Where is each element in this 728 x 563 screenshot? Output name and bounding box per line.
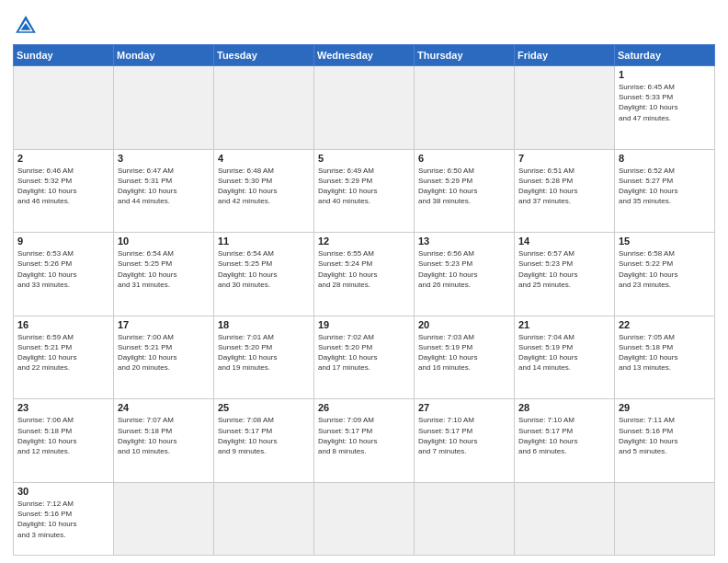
calendar-cell: [415, 66, 515, 150]
day-info: Sunrise: 7:06 AM Sunset: 5:18 PM Dayligh…: [17, 415, 109, 456]
day-number: 20: [418, 319, 510, 330]
day-number: 11: [218, 236, 310, 247]
day-number: 17: [118, 319, 210, 330]
calendar-cell: [314, 66, 415, 150]
weekday-header: Sunday: [14, 45, 114, 66]
day-number: 1: [619, 69, 711, 80]
day-number: 14: [518, 236, 610, 247]
calendar-cell: [14, 66, 114, 150]
day-number: 8: [619, 153, 711, 164]
calendar-cell: 12Sunrise: 6:55 AM Sunset: 5:24 PM Dayli…: [314, 233, 415, 316]
calendar-cell: 30Sunrise: 7:12 AM Sunset: 5:16 PM Dayli…: [14, 482, 114, 555]
page: SundayMondayTuesdayWednesdayThursdayFrid…: [0, 0, 728, 563]
day-number: 22: [619, 319, 711, 330]
calendar-cell: 17Sunrise: 7:00 AM Sunset: 5:21 PM Dayli…: [114, 316, 214, 399]
calendar-cell: [114, 66, 214, 150]
calendar-cell: 1Sunrise: 6:45 AM Sunset: 5:33 PM Daylig…: [615, 66, 715, 150]
day-info: Sunrise: 6:54 AM Sunset: 5:25 PM Dayligh…: [218, 248, 310, 290]
calendar-cell: [214, 66, 314, 150]
day-info: Sunrise: 7:05 AM Sunset: 5:18 PM Dayligh…: [619, 332, 711, 373]
day-number: 9: [17, 236, 109, 247]
calendar-week-row: 30Sunrise: 7:12 AM Sunset: 5:16 PM Dayli…: [14, 482, 715, 555]
calendar-cell: 19Sunrise: 7:02 AM Sunset: 5:20 PM Dayli…: [314, 316, 415, 399]
day-info: Sunrise: 6:59 AM Sunset: 5:21 PM Dayligh…: [17, 332, 109, 373]
day-info: Sunrise: 6:49 AM Sunset: 5:29 PM Dayligh…: [318, 166, 410, 207]
day-info: Sunrise: 6:56 AM Sunset: 5:23 PM Dayligh…: [418, 248, 510, 290]
calendar-cell: 22Sunrise: 7:05 AM Sunset: 5:18 PM Dayli…: [615, 316, 715, 399]
day-number: 29: [619, 402, 711, 413]
weekday-header: Tuesday: [214, 45, 314, 66]
day-number: 3: [118, 153, 210, 164]
weekday-header: Friday: [515, 45, 615, 66]
day-info: Sunrise: 7:01 AM Sunset: 5:20 PM Dayligh…: [218, 332, 310, 373]
day-info: Sunrise: 6:54 AM Sunset: 5:25 PM Dayligh…: [118, 248, 210, 290]
day-info: Sunrise: 6:50 AM Sunset: 5:29 PM Dayligh…: [418, 166, 510, 207]
day-number: 7: [518, 153, 610, 164]
calendar-cell: 26Sunrise: 7:09 AM Sunset: 5:17 PM Dayli…: [314, 399, 415, 483]
day-info: Sunrise: 7:08 AM Sunset: 5:17 PM Dayligh…: [218, 415, 310, 456]
day-info: Sunrise: 6:55 AM Sunset: 5:24 PM Dayligh…: [318, 248, 410, 290]
day-info: Sunrise: 6:47 AM Sunset: 5:31 PM Dayligh…: [118, 166, 210, 207]
day-info: Sunrise: 7:10 AM Sunset: 5:17 PM Dayligh…: [518, 415, 610, 456]
calendar-cell: 28Sunrise: 7:10 AM Sunset: 5:17 PM Dayli…: [515, 399, 615, 483]
calendar-cell: [415, 482, 515, 555]
weekday-header: Monday: [114, 45, 214, 66]
day-number: 10: [118, 236, 210, 247]
calendar-week-row: 16Sunrise: 6:59 AM Sunset: 5:21 PM Dayli…: [14, 316, 715, 399]
calendar-cell: 14Sunrise: 6:57 AM Sunset: 5:23 PM Dayli…: [515, 233, 615, 316]
calendar-cell: 3Sunrise: 6:47 AM Sunset: 5:31 PM Daylig…: [114, 149, 214, 233]
day-info: Sunrise: 7:12 AM Sunset: 5:16 PM Dayligh…: [17, 499, 109, 540]
calendar: SundayMondayTuesdayWednesdayThursdayFrid…: [13, 44, 715, 556]
calendar-week-row: 9Sunrise: 6:53 AM Sunset: 5:26 PM Daylig…: [14, 233, 715, 316]
day-info: Sunrise: 7:02 AM Sunset: 5:20 PM Dayligh…: [318, 332, 410, 373]
calendar-cell: 10Sunrise: 6:54 AM Sunset: 5:25 PM Dayli…: [114, 233, 214, 316]
day-info: Sunrise: 7:03 AM Sunset: 5:19 PM Dayligh…: [418, 332, 510, 373]
day-number: 5: [318, 153, 410, 164]
calendar-cell: 18Sunrise: 7:01 AM Sunset: 5:20 PM Dayli…: [214, 316, 314, 399]
calendar-cell: [615, 482, 715, 555]
day-number: 12: [318, 236, 410, 247]
calendar-cell: 5Sunrise: 6:49 AM Sunset: 5:29 PM Daylig…: [314, 149, 415, 233]
day-info: Sunrise: 6:57 AM Sunset: 5:23 PM Dayligh…: [518, 248, 610, 290]
calendar-cell: 21Sunrise: 7:04 AM Sunset: 5:19 PM Dayli…: [515, 316, 615, 399]
calendar-cell: 6Sunrise: 6:50 AM Sunset: 5:29 PM Daylig…: [415, 149, 515, 233]
day-number: 23: [17, 402, 109, 413]
day-number: 6: [418, 153, 510, 164]
day-number: 26: [318, 402, 410, 413]
day-number: 28: [518, 402, 610, 413]
calendar-cell: 23Sunrise: 7:06 AM Sunset: 5:18 PM Dayli…: [14, 399, 114, 483]
calendar-cell: 8Sunrise: 6:52 AM Sunset: 5:27 PM Daylig…: [615, 149, 715, 233]
calendar-week-row: 1Sunrise: 6:45 AM Sunset: 5:33 PM Daylig…: [14, 66, 715, 150]
weekday-header-row: SundayMondayTuesdayWednesdayThursdayFrid…: [14, 45, 715, 66]
calendar-cell: 16Sunrise: 6:59 AM Sunset: 5:21 PM Dayli…: [14, 316, 114, 399]
day-number: 15: [619, 236, 711, 247]
day-info: Sunrise: 6:48 AM Sunset: 5:30 PM Dayligh…: [218, 166, 310, 207]
calendar-cell: [114, 482, 214, 555]
calendar-cell: [314, 482, 415, 555]
day-info: Sunrise: 7:09 AM Sunset: 5:17 PM Dayligh…: [318, 415, 410, 456]
calendar-cell: 25Sunrise: 7:08 AM Sunset: 5:17 PM Dayli…: [214, 399, 314, 483]
calendar-cell: 2Sunrise: 6:46 AM Sunset: 5:32 PM Daylig…: [14, 149, 114, 233]
day-info: Sunrise: 7:11 AM Sunset: 5:16 PM Dayligh…: [619, 415, 711, 456]
calendar-cell: 27Sunrise: 7:10 AM Sunset: 5:17 PM Dayli…: [415, 399, 515, 483]
logo: [13, 13, 42, 39]
calendar-cell: [214, 482, 314, 555]
day-number: 18: [218, 319, 310, 330]
day-info: Sunrise: 7:04 AM Sunset: 5:19 PM Dayligh…: [518, 332, 610, 373]
weekday-header: Thursday: [415, 45, 515, 66]
day-number: 2: [17, 153, 109, 164]
day-info: Sunrise: 6:45 AM Sunset: 5:33 PM Dayligh…: [619, 82, 711, 123]
day-number: 19: [318, 319, 410, 330]
calendar-cell: [515, 66, 615, 150]
day-number: 4: [218, 153, 310, 164]
weekday-header: Saturday: [615, 45, 715, 66]
calendar-cell: [515, 482, 615, 555]
day-info: Sunrise: 6:53 AM Sunset: 5:26 PM Dayligh…: [17, 248, 109, 290]
calendar-cell: 13Sunrise: 6:56 AM Sunset: 5:23 PM Dayli…: [415, 233, 515, 316]
calendar-cell: 4Sunrise: 6:48 AM Sunset: 5:30 PM Daylig…: [214, 149, 314, 233]
calendar-cell: 11Sunrise: 6:54 AM Sunset: 5:25 PM Dayli…: [214, 233, 314, 316]
day-number: 16: [17, 319, 109, 330]
day-info: Sunrise: 7:10 AM Sunset: 5:17 PM Dayligh…: [418, 415, 510, 456]
day-number: 13: [418, 236, 510, 247]
day-number: 24: [118, 402, 210, 413]
